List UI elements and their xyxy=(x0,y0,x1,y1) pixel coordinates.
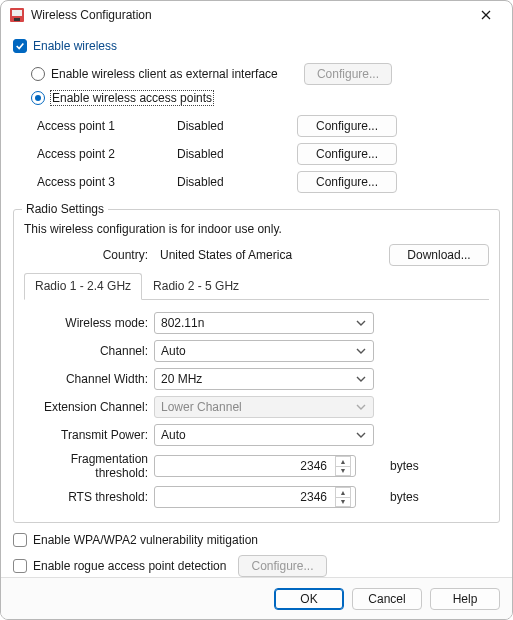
rogue-detection-row: Enable rogue access point detection Conf… xyxy=(13,555,500,577)
cancel-button[interactable]: Cancel xyxy=(352,588,422,610)
frag-threshold-unit: bytes xyxy=(384,459,424,473)
frag-threshold-input[interactable]: 2346 ▲▼ xyxy=(154,455,356,477)
channel-label: Channel: xyxy=(24,344,154,358)
app-icon xyxy=(9,7,25,23)
frag-threshold-label: Fragmentation threshold: xyxy=(24,452,154,480)
transmit-power-label: Transmit Power: xyxy=(24,428,154,442)
extension-channel-label: Extension Channel: xyxy=(24,400,154,414)
chevron-down-icon xyxy=(353,432,369,438)
extension-channel-select: Lower Channel xyxy=(154,396,374,418)
chevron-down-icon xyxy=(353,320,369,326)
wpa-mitigation-row: Enable WPA/WPA2 vulnerability mitigation xyxy=(13,533,500,547)
dialog-footer: OK Cancel Help xyxy=(1,577,512,620)
channel-width-select[interactable]: 20 MHz xyxy=(154,368,374,390)
ap1-status: Disabled xyxy=(177,119,297,133)
chevron-down-icon xyxy=(353,404,369,410)
help-button[interactable]: Help xyxy=(430,588,500,610)
ap3-name: Access point 3 xyxy=(37,175,177,189)
rogue-detection-label: Enable rogue access point detection xyxy=(33,559,226,573)
content-area: Enable wireless Enable wireless client a… xyxy=(1,29,512,577)
rts-threshold-label: RTS threshold: xyxy=(24,490,154,504)
channel-select[interactable]: Auto xyxy=(154,340,374,362)
close-button[interactable] xyxy=(468,1,504,29)
rogue-detection-checkbox[interactable] xyxy=(13,559,27,573)
download-button[interactable]: Download... xyxy=(389,244,489,266)
transmit-power-select[interactable]: Auto xyxy=(154,424,374,446)
radio-settings-group: Radio Settings This wireless configurati… xyxy=(13,209,500,523)
frag-threshold-spinner[interactable]: ▲▼ xyxy=(335,456,351,476)
radio-settings-legend: Radio Settings xyxy=(22,202,108,216)
ap1-name: Access point 1 xyxy=(37,119,177,133)
titlebar: Wireless Configuration xyxy=(1,1,512,29)
enable-wireless-label: Enable wireless xyxy=(33,39,117,53)
ap2-status: Disabled xyxy=(177,147,297,161)
ap2-name: Access point 2 xyxy=(37,147,177,161)
wireless-mode-select[interactable]: 802.11n xyxy=(154,312,374,334)
mode-ap-label: Enable wireless access points xyxy=(51,91,213,105)
channel-width-label: Channel Width: xyxy=(24,372,154,386)
wpa-mitigation-checkbox[interactable] xyxy=(13,533,27,547)
ap2-configure-button[interactable]: Configure... xyxy=(297,143,397,165)
rts-threshold-spinner[interactable]: ▲▼ xyxy=(335,487,351,507)
enable-wireless-row: Enable wireless xyxy=(13,39,500,53)
ap1-configure-button[interactable]: Configure... xyxy=(297,115,397,137)
mode-client-radio[interactable] xyxy=(31,67,45,81)
mode-client-label: Enable wireless client as external inter… xyxy=(51,67,278,81)
mode-ap-radio[interactable] xyxy=(31,91,45,105)
rts-threshold-unit: bytes xyxy=(384,490,424,504)
radio-form: Wireless mode: 802.11n Channel: Auto C xyxy=(24,312,489,508)
close-icon xyxy=(481,10,491,20)
radio-tabs: Radio 1 - 2.4 GHz Radio 2 - 5 GHz xyxy=(24,272,489,300)
wpa-mitigation-label: Enable WPA/WPA2 vulnerability mitigation xyxy=(33,533,258,547)
access-points-grid: Access point 1 Disabled Configure... Acc… xyxy=(37,115,500,193)
chevron-down-icon xyxy=(353,376,369,382)
tab-radio-2[interactable]: Radio 2 - 5 GHz xyxy=(142,273,250,300)
window-title: Wireless Configuration xyxy=(31,8,468,22)
wireless-config-dialog: Wireless Configuration Enable wireless E… xyxy=(0,0,513,620)
ap3-configure-button[interactable]: Configure... xyxy=(297,171,397,193)
tab-radio-1[interactable]: Radio 1 - 2.4 GHz xyxy=(24,273,142,300)
mode-client-row: Enable wireless client as external inter… xyxy=(31,67,278,81)
rts-threshold-input[interactable]: 2346 ▲▼ xyxy=(154,486,356,508)
svg-rect-1 xyxy=(12,10,22,16)
country-label: Country: xyxy=(24,248,154,262)
svg-rect-2 xyxy=(14,18,20,21)
ap3-status: Disabled xyxy=(177,175,297,189)
indoor-note: This wireless configuration is for indoo… xyxy=(24,222,489,236)
mode-client-configure-button: Configure... xyxy=(304,63,392,85)
wireless-mode-label: Wireless mode: xyxy=(24,316,154,330)
country-value: United States of America xyxy=(160,248,383,262)
rogue-configure-button: Configure... xyxy=(238,555,326,577)
chevron-down-icon xyxy=(353,348,369,354)
enable-wireless-checkbox[interactable] xyxy=(13,39,27,53)
ok-button[interactable]: OK xyxy=(274,588,344,610)
